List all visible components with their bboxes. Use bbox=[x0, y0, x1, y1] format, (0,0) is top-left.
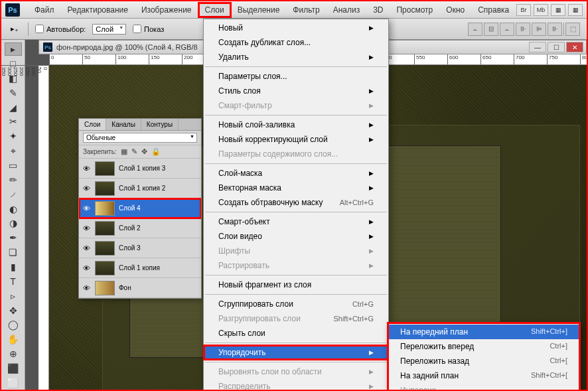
tool-17[interactable]: ▹ bbox=[5, 289, 22, 303]
menu-item[interactable]: Новый корректирующий слой▶ bbox=[204, 132, 388, 147]
layer-row[interactable]: 👁Слой 4 bbox=[79, 198, 201, 218]
menu-слои[interactable]: Слои bbox=[198, 3, 231, 17]
visibility-icon[interactable]: 👁 bbox=[82, 165, 91, 173]
layer-row[interactable]: 👁Слой 2 bbox=[79, 218, 201, 238]
auto-select-check[interactable]: Автовыбор: bbox=[35, 25, 86, 33]
visibility-icon[interactable]: 👁 bbox=[82, 204, 91, 212]
tool-19[interactable]: ◯ bbox=[5, 319, 22, 332]
submenu-item[interactable]: Переложить назадCtrl+[ bbox=[388, 354, 579, 368]
menu-3d[interactable]: 3D bbox=[366, 3, 390, 17]
tool-11[interactable]: ◐ bbox=[5, 202, 22, 216]
layer-thumbnail[interactable] bbox=[95, 161, 115, 176]
submenu-item[interactable]: На передний планShift+Ctrl+] bbox=[388, 325, 579, 339]
menu-item[interactable]: Удалить▶ bbox=[204, 50, 388, 64]
menubar-button[interactable]: Br bbox=[516, 4, 531, 16]
layer-thumbnail[interactable] bbox=[95, 261, 115, 275]
layer-row[interactable]: 👁Фон bbox=[79, 278, 201, 298]
show-transform-check[interactable]: Показ bbox=[133, 25, 164, 33]
menu-изображение[interactable]: Изображение bbox=[135, 3, 198, 17]
tool-6[interactable]: ✦ bbox=[5, 129, 22, 143]
tool-18[interactable]: ✥ bbox=[5, 304, 22, 317]
visibility-icon[interactable]: 👁 bbox=[82, 284, 91, 292]
menubar-button[interactable]: Mb bbox=[534, 4, 548, 16]
auto-align-icon[interactable]: ⬚ bbox=[565, 23, 580, 36]
tool-14[interactable]: ❏ bbox=[5, 246, 22, 259]
menu-item[interactable]: Новый▶ bbox=[204, 21, 388, 35]
panel-tab-Каналы[interactable]: Каналы bbox=[106, 119, 141, 130]
tool-10[interactable]: ⟋ bbox=[5, 188, 22, 201]
lock-brush-icon[interactable]: ✎ bbox=[131, 147, 137, 156]
menu-редактирование[interactable]: Редактирование bbox=[61, 3, 135, 17]
tool-7[interactable]: ⌖ bbox=[5, 144, 22, 157]
visibility-icon[interactable]: 👁 bbox=[82, 264, 91, 272]
tool-9[interactable]: ✏ bbox=[5, 173, 22, 187]
menubar-button[interactable]: ▦ bbox=[551, 4, 565, 16]
layer-row[interactable]: 👁Слой 1 копия bbox=[79, 258, 201, 278]
auto-select-target[interactable]: Слой bbox=[92, 24, 126, 35]
tool-4[interactable]: ◢ bbox=[5, 101, 22, 114]
submenu-item[interactable]: Переложить впередCtrl+] bbox=[388, 339, 579, 354]
layer-thumbnail[interactable] bbox=[95, 181, 115, 196]
menu-item[interactable]: Стиль слоя▶ bbox=[204, 84, 388, 98]
menu-item[interactable]: Новый слой-заливка▶ bbox=[204, 117, 388, 132]
lock-all-icon[interactable]: 🔒 bbox=[151, 147, 161, 156]
menu-item[interactable]: Сгруппировать слоиCtrl+G bbox=[204, 297, 388, 311]
layer-row[interactable]: 👁Слой 1 копия 3 bbox=[79, 159, 201, 179]
layer-row[interactable]: 👁Слой 3 bbox=[79, 238, 201, 258]
tool-20[interactable]: ✋ bbox=[5, 333, 22, 346]
layer-thumbnail[interactable] bbox=[95, 201, 115, 216]
menu-item[interactable]: Создать обтравочную маскуAlt+Ctrl+G bbox=[204, 195, 388, 210]
blend-mode-select[interactable]: Обычные bbox=[83, 133, 197, 143]
distribute-icon[interactable]: ⊫ bbox=[532, 23, 546, 36]
menu-item[interactable]: Упорядочить▶ bbox=[204, 345, 388, 360]
tool-8[interactable]: ▭ bbox=[5, 159, 22, 172]
panel-tab-Слои[interactable]: Слои bbox=[79, 119, 106, 130]
layer-thumbnail[interactable] bbox=[95, 241, 115, 256]
menu-item[interactable]: Векторная маска▶ bbox=[204, 181, 388, 195]
distribute-icon[interactable]: ⊪ bbox=[548, 23, 562, 36]
menu-просмотр[interactable]: Просмотр bbox=[390, 3, 439, 17]
menu-item[interactable]: Смарт-объект▶ bbox=[204, 214, 388, 229]
visibility-icon[interactable]: 👁 bbox=[82, 244, 91, 252]
tool-15[interactable]: ▮ bbox=[5, 260, 22, 274]
lock-pixels-icon[interactable]: ▦ bbox=[121, 147, 127, 156]
layer-thumbnail[interactable] bbox=[95, 281, 115, 295]
maximize-button[interactable]: ☐ bbox=[548, 42, 565, 52]
menu-справка[interactable]: Справка bbox=[471, 3, 516, 17]
menubar-button[interactable]: ▦ bbox=[568, 4, 583, 16]
close-button[interactable]: ✕ bbox=[566, 42, 583, 52]
menu-item[interactable]: Скрыть слои bbox=[204, 326, 388, 341]
align-icon[interactable]: ⫠ bbox=[500, 23, 514, 36]
menu-item[interactable]: Новый фрагмент из слоя bbox=[204, 277, 388, 292]
tool-16[interactable]: T bbox=[5, 275, 22, 288]
tool-23[interactable]: ⬜ bbox=[5, 376, 22, 390]
menu-выделение[interactable]: Выделение bbox=[231, 3, 287, 17]
tool-12[interactable]: ◑ bbox=[5, 217, 22, 230]
tool-0[interactable]: ▸ bbox=[5, 42, 22, 56]
menu-item[interactable]: Слой-маска▶ bbox=[204, 166, 388, 181]
align-icon[interactable]: ⫠ bbox=[468, 23, 482, 36]
lock-move-icon[interactable]: ✥ bbox=[141, 147, 147, 156]
visibility-icon[interactable]: 👁 bbox=[82, 224, 91, 232]
tool-21[interactable]: ⊕ bbox=[5, 347, 22, 360]
tool-13[interactable]: ✒ bbox=[5, 231, 22, 244]
move-tool-icon: ▸₊ bbox=[8, 23, 21, 36]
menu-item: Растрировать▶ bbox=[204, 258, 388, 273]
layer-thumbnail[interactable] bbox=[95, 221, 115, 236]
menu-анализ[interactable]: Анализ bbox=[327, 3, 367, 17]
menu-item[interactable]: Параметры слоя... bbox=[204, 69, 388, 84]
submenu-item[interactable]: На задний планShift+Ctrl+[ bbox=[388, 368, 579, 383]
align-icon[interactable]: ⊟ bbox=[484, 23, 498, 36]
panel-tab-Контуры[interactable]: Контуры bbox=[141, 119, 179, 130]
minimize-button[interactable]: — bbox=[529, 42, 546, 52]
layer-row[interactable]: 👁Слой 1 копия 2 bbox=[79, 179, 201, 198]
distribute-icon[interactable]: ⊪ bbox=[516, 23, 530, 36]
tool-5[interactable]: ✂ bbox=[5, 116, 22, 129]
menu-фильтр[interactable]: Фильтр bbox=[286, 3, 326, 17]
visibility-icon[interactable]: 👁 bbox=[82, 185, 91, 193]
menu-окно[interactable]: Окно bbox=[439, 3, 471, 17]
menu-файл[interactable]: Файл bbox=[28, 3, 61, 17]
tool-22[interactable]: ⬛ bbox=[5, 362, 22, 375]
menu-item[interactable]: Создать дубликат слоя... bbox=[204, 35, 388, 50]
menu-item[interactable]: Слои видео▶ bbox=[204, 229, 388, 244]
